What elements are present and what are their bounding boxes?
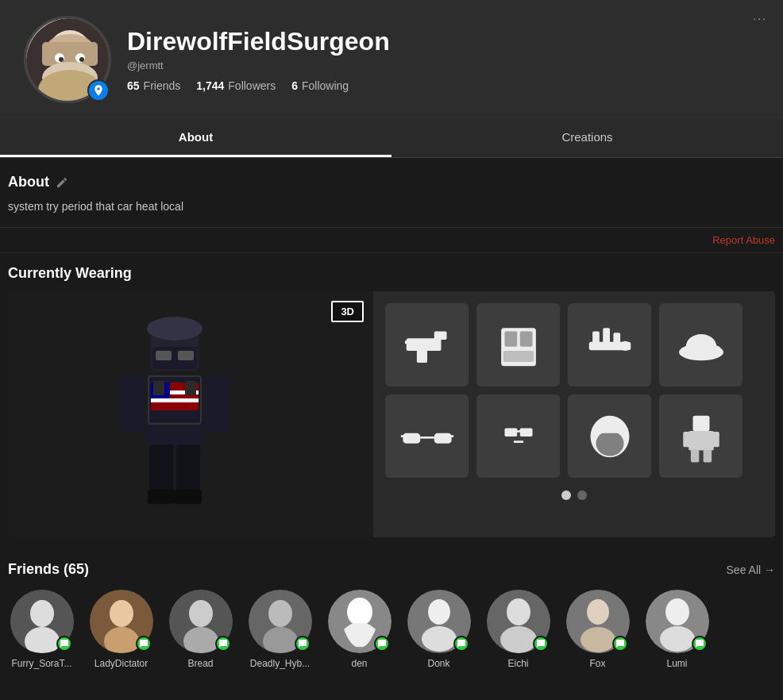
item-glasses[interactable]: [385, 394, 469, 478]
svg-point-77: [347, 598, 372, 626]
report-abuse-link[interactable]: Report Abuse: [712, 234, 775, 246]
item-character[interactable]: [659, 394, 742, 478]
friend-name-0: Furry_SoraT...: [11, 658, 71, 669]
tab-creations[interactable]: Creations: [392, 119, 783, 157]
friends-stat[interactable]: 65 Friends: [127, 79, 180, 92]
svg-rect-25: [148, 490, 175, 504]
svg-point-85: [587, 599, 609, 625]
svg-point-12: [147, 317, 202, 340]
svg-rect-14: [156, 351, 172, 360]
svg-rect-63: [703, 449, 712, 462]
profile-avatar-wrap: [24, 16, 111, 103]
friend-item-0[interactable]: Furry_SoraT...: [8, 590, 75, 669]
tab-about[interactable]: About: [0, 119, 392, 157]
friend-name-1: LadyDictator: [94, 658, 148, 669]
friend-avatar-wrap-7: [566, 590, 630, 653]
wearing-content: 3D: [8, 291, 775, 537]
friend-item-4[interactable]: den: [326, 590, 393, 669]
svg-point-6: [59, 57, 64, 62]
friend-name-4: den: [351, 658, 367, 669]
options-menu-button[interactable]: ···: [753, 12, 767, 25]
svg-point-7: [79, 57, 84, 62]
friend-online-badge-1: [136, 636, 152, 652]
edit-about-icon[interactable]: [56, 176, 68, 189]
friend-name-7: Fox: [589, 658, 605, 669]
friend-avatar-wrap-5: [407, 590, 471, 653]
item-hair[interactable]: [568, 394, 651, 478]
svg-rect-51: [449, 435, 453, 437]
about-title: About: [8, 174, 767, 190]
item-face[interactable]: [476, 394, 560, 478]
friend-online-badge-8: [692, 636, 708, 652]
profile-username: DirewolfFieldSurgeon: [127, 27, 759, 56]
item-cap[interactable]: [659, 303, 742, 387]
friend-item-7[interactable]: Fox: [564, 590, 631, 669]
wearing-title: Currently Wearing: [8, 265, 775, 282]
following-stat[interactable]: 6 Following: [291, 79, 349, 92]
svg-rect-50: [400, 435, 403, 437]
friend-name-3: Deadly_Hyb...: [250, 658, 310, 669]
svg-point-79: [428, 599, 450, 625]
svg-rect-33: [405, 340, 414, 343]
friend-item-6[interactable]: Eichi: [484, 590, 552, 669]
item-gun[interactable]: [385, 303, 469, 387]
svg-rect-54: [515, 430, 522, 433]
friend-item-5[interactable]: Donk: [405, 590, 472, 669]
svg-point-57: [596, 431, 623, 456]
pagination-dots: [385, 486, 763, 500]
svg-point-42: [620, 340, 630, 350]
nav-tabs: About Creations: [0, 119, 783, 158]
friend-item-3[interactable]: Deadly_Hyb...: [246, 590, 314, 669]
svg-rect-36: [519, 331, 532, 346]
svg-rect-26: [175, 490, 202, 504]
3d-toggle-button[interactable]: 3D: [331, 301, 364, 322]
friend-item-1[interactable]: LadyDictator: [87, 590, 155, 669]
svg-rect-61: [712, 431, 719, 446]
svg-point-46: [707, 345, 721, 352]
svg-rect-32: [416, 348, 426, 363]
friend-online-badge-4: [374, 636, 390, 652]
pagination-dot-2[interactable]: [577, 490, 587, 500]
friends-header: Friends (65) See All →: [8, 561, 775, 578]
avatar-3d-view: 3D: [8, 291, 373, 537]
svg-point-83: [500, 626, 537, 653]
svg-rect-37: [503, 351, 534, 362]
svg-rect-41: [613, 333, 620, 348]
svg-rect-58: [692, 415, 709, 430]
friend-online-badge-2: [215, 636, 231, 652]
svg-rect-55: [513, 440, 523, 443]
svg-rect-48: [434, 433, 451, 443]
friend-item-2[interactable]: Bread: [167, 590, 234, 669]
svg-point-88: [665, 598, 689, 625]
items-grid: [373, 291, 775, 537]
about-bio: system try period that car heat local: [8, 198, 767, 215]
svg-rect-39: [592, 331, 600, 348]
item-vest[interactable]: [476, 303, 560, 387]
svg-point-68: [110, 600, 133, 627]
svg-rect-40: [603, 328, 610, 348]
friend-item-8[interactable]: Lumi: [643, 590, 711, 669]
svg-point-86: [580, 627, 615, 652]
svg-rect-31: [434, 331, 446, 340]
friend-avatar-wrap-1: [90, 590, 153, 653]
friend-name-2: Bread: [187, 658, 213, 669]
profile-handle: @jermtt: [127, 60, 759, 71]
svg-rect-18: [151, 398, 199, 402]
svg-rect-60: [683, 431, 690, 446]
friend-name-5: Donk: [427, 658, 449, 669]
avatar-3d-figure: ★★★: [111, 311, 270, 517]
friend-online-badge-0: [56, 636, 72, 652]
friend-avatar-wrap-3: [249, 590, 312, 653]
svg-point-80: [422, 626, 457, 652]
svg-rect-49: [420, 437, 434, 439]
pagination-dot-1[interactable]: [561, 490, 571, 500]
avatar-badge: [87, 79, 110, 102]
followers-stat[interactable]: 1,744 Followers: [196, 79, 276, 92]
svg-point-74: [268, 600, 292, 627]
see-all-friends-link[interactable]: See All →: [727, 563, 775, 576]
svg-point-89: [660, 626, 695, 652]
profile-info: DirewolfFieldSurgeon @jermtt 65 Friends …: [127, 27, 759, 92]
main-content: About system try period that car heat lo…: [0, 158, 783, 681]
item-tool[interactable]: [568, 303, 651, 387]
svg-point-65: [30, 600, 54, 627]
